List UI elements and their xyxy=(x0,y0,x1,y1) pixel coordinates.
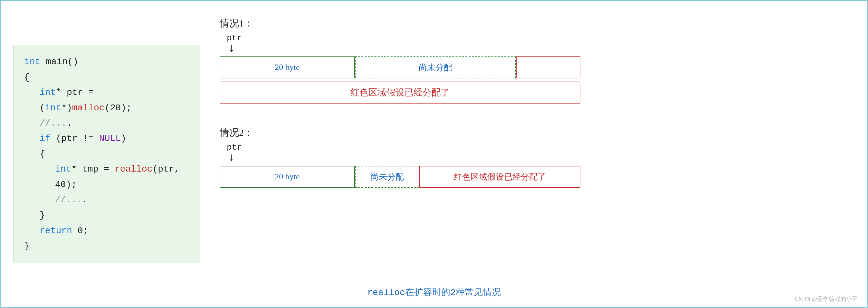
code-line-10: return 0; xyxy=(24,223,190,239)
case1-label: 情况1： xyxy=(220,17,855,30)
case1-red-label: 红色区域假设已经分配了 xyxy=(220,82,580,104)
code-line-7: int* tmp = realloc(ptr, 40); xyxy=(24,162,190,192)
code-line-8: //.... xyxy=(24,192,190,208)
code-line-1: int main() xyxy=(24,54,190,70)
case2-memory-row: 20 byte 尚未分配 红色区域假设已经分配了 xyxy=(220,166,855,188)
code-line-11: } xyxy=(24,238,190,254)
case2-section: 情况2： ptr ↓ 20 byte 尚未分配 红色区域假设已经分配了 xyxy=(220,126,855,191)
case1-box-red-small xyxy=(516,56,580,78)
case1-memory-row: 20 byte 尚未分配 xyxy=(220,56,855,78)
watermark: CSDN @爱学编程的小王 xyxy=(795,295,858,303)
code-line-9: } xyxy=(24,208,190,223)
code-line-3: int* ptr = (int*)malloc(20); xyxy=(24,85,190,115)
code-panel: int main() { int* ptr = (int*)malloc(20)… xyxy=(13,45,200,263)
footer-text: realloc在扩容时的2种常见情况 xyxy=(367,286,500,298)
code-line-6: { xyxy=(24,146,190,162)
code-line-5: if (ptr != NULL) xyxy=(24,131,190,146)
case1-section: 情况1： ptr ↓ 20 byte 尚未分配 xyxy=(220,17,855,113)
case1-ptr-label: ptr xyxy=(227,33,242,43)
case2-ptr-group: ptr ↓ xyxy=(226,143,855,164)
case2-label: 情况2： xyxy=(220,126,855,139)
case2-box-unallocated: 尚未分配 xyxy=(355,166,420,188)
case1-box-20byte: 20 byte xyxy=(220,56,355,78)
case2-box-20byte: 20 byte xyxy=(220,166,355,188)
case1-box-unallocated: 尚未分配 xyxy=(355,56,516,78)
code-line-4: //.... xyxy=(24,116,190,131)
case1-arrow: ↓ xyxy=(228,43,235,55)
diagram-panel: 情况1： ptr ↓ 20 byte 尚未分配 xyxy=(220,10,855,298)
case2-ptr-label: ptr xyxy=(227,143,242,152)
case2-arrow: ↓ xyxy=(228,152,235,164)
case1-ptr-group: ptr ↓ xyxy=(226,33,855,55)
code-line-2: { xyxy=(24,70,190,85)
code-box: int main() { int* ptr = (int*)malloc(20)… xyxy=(13,45,200,263)
case1-red-wide-row: 红色区域假设已经分配了 xyxy=(220,82,580,104)
case2-box-red: 红色区域假设已经分配了 xyxy=(420,166,580,188)
